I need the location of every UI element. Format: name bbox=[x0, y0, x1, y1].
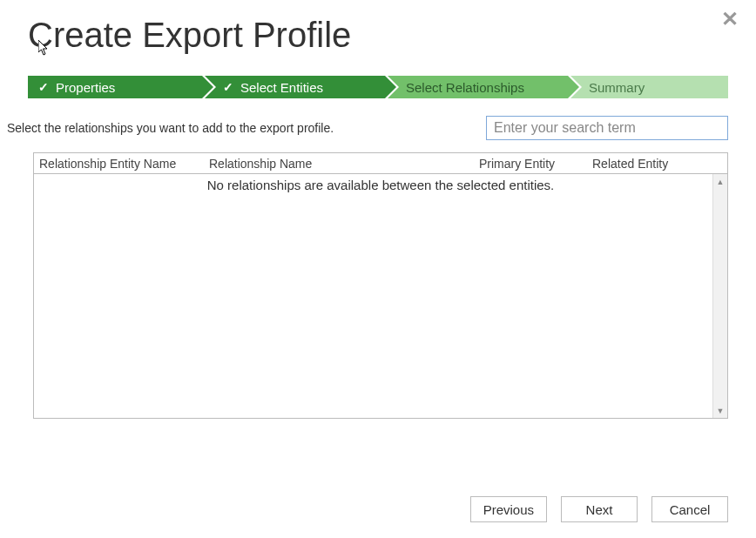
empty-table-message: No relationships are available between t… bbox=[34, 174, 727, 192]
previous-button[interactable]: Previous bbox=[470, 496, 547, 522]
column-header-primary-entity[interactable]: Primary Entity bbox=[479, 157, 592, 171]
wizard-steps: ✓ Properties ✓ Select Entities Select Re… bbox=[28, 76, 728, 98]
column-header-related-entity[interactable]: Related Entity bbox=[592, 157, 727, 171]
instruction-text: Select the relationships you want to add… bbox=[7, 121, 334, 135]
step-select-entities[interactable]: ✓ Select Entities bbox=[202, 76, 385, 98]
check-icon: ✓ bbox=[223, 80, 233, 94]
step-label: Select Relationships bbox=[406, 80, 524, 95]
table-body: No relationships are available between t… bbox=[34, 174, 727, 418]
step-select-relationships: Select Relationships bbox=[385, 76, 568, 98]
step-summary: Summary bbox=[568, 76, 728, 98]
step-properties[interactable]: ✓ Properties bbox=[28, 76, 202, 98]
step-label: Select Entities bbox=[240, 80, 323, 95]
column-header-entity-name[interactable]: Relationship Entity Name bbox=[39, 157, 209, 171]
table-header-row: Relationship Entity Name Relationship Na… bbox=[34, 153, 727, 174]
check-icon: ✓ bbox=[38, 80, 49, 94]
scroll-up-icon[interactable]: ▲ bbox=[713, 174, 727, 189]
button-row: Previous Next Cancel bbox=[470, 496, 728, 522]
close-button[interactable]: ✕ bbox=[721, 9, 739, 30]
column-header-relationship-name[interactable]: Relationship Name bbox=[209, 157, 479, 171]
relationships-table: Relationship Entity Name Relationship Na… bbox=[33, 152, 728, 419]
step-label: Summary bbox=[589, 80, 645, 95]
step-label: Properties bbox=[56, 80, 115, 95]
cancel-button[interactable]: Cancel bbox=[651, 496, 728, 522]
search-input[interactable] bbox=[486, 116, 728, 140]
scroll-down-icon[interactable]: ▼ bbox=[713, 403, 727, 418]
next-button[interactable]: Next bbox=[561, 496, 638, 522]
page-title: Create Export Profile bbox=[0, 0, 756, 55]
scrollbar[interactable]: ▲ ▼ bbox=[712, 174, 727, 418]
